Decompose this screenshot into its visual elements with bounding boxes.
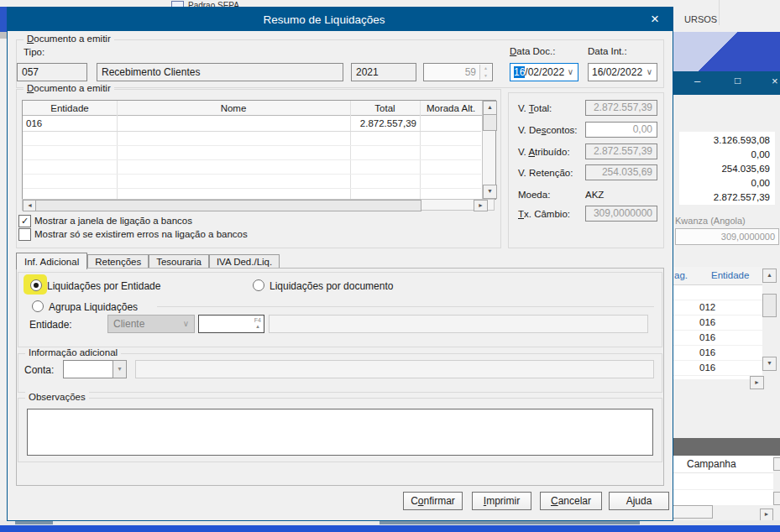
background-menu-divider <box>719 0 720 25</box>
close-icon[interactable]: × <box>646 8 664 30</box>
chevron-down-icon[interactable]: ∨ <box>568 64 573 81</box>
scroll-down-icon[interactable]: ▼ <box>483 185 497 199</box>
conta-dropdown-button[interactable]: ▾ <box>113 360 127 378</box>
background-amount: 0,00 <box>679 176 775 190</box>
tab-strip: Inf. Adicional Retenções Tesouraria IVA … <box>16 253 280 269</box>
background-window-titlebar: – □ × <box>673 71 780 95</box>
scroll-down-icon[interactable] <box>773 492 780 505</box>
mostrar-erros-label[interactable]: Mostrar só se existirem erros na ligação… <box>34 229 248 239</box>
close-icon[interactable]: × <box>772 75 778 87</box>
spin-down-icon: ▼ <box>479 72 491 80</box>
data-doc-combobox[interactable]: 16/02/2022 ∨ <box>510 63 578 81</box>
scrollbar-thumb[interactable] <box>380 521 640 524</box>
table-row[interactable]: 016 <box>673 361 762 376</box>
tab-retencoes[interactable]: Retenções <box>87 254 149 269</box>
data-doc-label: Data Doc.: <box>510 46 555 56</box>
scroll-down-icon[interactable]: ▼ <box>762 357 777 371</box>
confirmar-button[interactable]: Confirmar <box>403 492 463 510</box>
maximize-icon[interactable]: □ <box>735 75 741 86</box>
documentos-table[interactable]: Entidade Nome Total Morada Alt. 016 2.87… <box>22 100 496 200</box>
table-row[interactable]: 016 <box>673 376 762 379</box>
group-label: Informação adicional <box>25 347 121 357</box>
radio-dot-icon <box>34 283 39 288</box>
liquidacoes-por-documento-radio[interactable] <box>253 279 264 291</box>
mostrar-janela-label[interactable]: Mostrar a janela de ligação a bancos <box>34 216 192 226</box>
background-grid-rows[interactable]: 012 016 016 016 016 016 <box>673 285 762 379</box>
table-row[interactable]: 016 <box>673 331 762 346</box>
imprimir-button[interactable]: Imprimir <box>472 492 531 510</box>
tx-cambio-field: 309,0000000 <box>585 206 657 222</box>
scrollbar-thumb[interactable] <box>35 200 421 211</box>
scroll-up-icon[interactable]: ▲ <box>483 101 497 115</box>
v-retencao-field: 254.035,69 <box>585 164 657 180</box>
scroll-right-icon[interactable]: ► <box>750 376 764 389</box>
v-atribuido-field: 2.872.557,39 <box>585 143 657 159</box>
group-divider-line <box>157 306 654 307</box>
liquidacoes-por-entidade-radio[interactable] <box>30 279 42 291</box>
v-descontos-label: V. Descontos: <box>518 125 578 135</box>
scroll-up-icon[interactable]: ▲ <box>762 269 777 283</box>
campanha-rows[interactable] <box>673 473 773 505</box>
horizontal-scrollbar[interactable]: ◄ ► <box>22 199 495 211</box>
taskbar-strip <box>0 525 780 532</box>
entidade-nome-field <box>269 315 648 333</box>
table-row[interactable]: 016 <box>673 316 762 331</box>
background-amounts-panel: 3.126.593,08 0,00 254.035,69 0,00 2.872.… <box>679 132 775 205</box>
background-window-column: URSOS – □ × 3.126.593,08 0,00 254.035,69… <box>673 0 780 532</box>
v-atribuido-label: V. Atribuído: <box>518 147 570 157</box>
background-button-fragment <box>673 505 713 519</box>
tipo-code-field: 057 <box>17 63 87 81</box>
dialog-titlebar: Resumo de Liquidações <box>8 8 673 31</box>
tab-inf-adicional[interactable]: Inf. Adicional <box>16 253 87 269</box>
minimize-icon[interactable]: – <box>694 75 700 87</box>
scrollbar-thumb[interactable] <box>483 114 497 131</box>
v-descontos-field[interactable]: 0,00 <box>585 122 657 138</box>
data-int-combobox[interactable]: 16/02/2022 ∨ <box>588 63 657 81</box>
background-amount: 254.035,69 <box>679 162 775 176</box>
table-row-entidade[interactable]: 016 <box>26 117 42 131</box>
entidade-lookup-input[interactable]: F4 ▴ <box>198 315 264 333</box>
table-row[interactable] <box>673 285 762 300</box>
scroll-right-icon[interactable]: ► <box>760 509 773 521</box>
column-header-morada[interactable]: Morada Alt. <box>420 101 482 116</box>
tx-cambio-label: Tx. Câmbio: <box>518 209 570 219</box>
f4-lookup-icon[interactable]: F4 ▴ <box>254 317 261 329</box>
background-left-sliver-gray <box>0 32 7 39</box>
vertical-scrollbar[interactable]: ▲ ▼ <box>482 101 495 199</box>
scrollbar-thumb[interactable] <box>762 294 777 317</box>
agrupa-liquidacoes-radio[interactable] <box>32 300 44 312</box>
number-stepper: 59 ▲ ▼ <box>423 63 493 81</box>
background-banner <box>673 32 780 71</box>
cancelar-button[interactable]: Cancelar <box>540 492 602 510</box>
conta-input[interactable] <box>63 360 113 378</box>
mostrar-erros-checkbox[interactable] <box>18 228 31 241</box>
column-header-pag: ag. <box>674 267 688 284</box>
v-retencao-label: V. Retenção: <box>518 168 573 178</box>
tab-tesouraria[interactable]: Tesouraria <box>149 254 209 269</box>
observacoes-textarea[interactable] <box>27 409 653 456</box>
background-left-sliver <box>0 7 7 32</box>
tab-iva-ded-liq[interactable]: IVA Ded./Liq. <box>209 254 280 269</box>
chevron-down-icon[interactable]: ∨ <box>647 64 652 81</box>
background-amount: 0,00 <box>679 148 775 162</box>
column-header-nome[interactable]: Nome <box>117 101 350 116</box>
liquidacoes-por-entidade-label[interactable]: Liquidações por Entidade <box>47 280 160 292</box>
table-row[interactable]: 016 <box>673 346 762 361</box>
liquidacoes-por-documento-label[interactable]: Liquidações por documento <box>270 280 393 292</box>
scroll-right-icon[interactable]: ► <box>474 200 488 211</box>
group-label: Observações <box>25 392 89 402</box>
entidade-tipo-combobox: Cliente ∨ <box>107 315 195 333</box>
column-header-entidade[interactable]: Entidade <box>23 101 117 116</box>
column-header-total[interactable]: Total <box>350 101 420 116</box>
ajuda-button[interactable]: Ajuda <box>609 492 669 510</box>
background-amount: 2.872.557,39 <box>679 190 775 205</box>
table-row[interactable]: 012 <box>673 300 762 316</box>
scroll-up-icon[interactable] <box>773 457 780 471</box>
table-row-total[interactable]: 2.872.557,39 <box>350 117 416 131</box>
v-total-label: V. Total: <box>518 103 552 113</box>
agrupa-liquidacoes-label[interactable]: Agrupa Liquidações <box>49 301 138 313</box>
mostrar-janela-checkbox[interactable]: ✓ <box>18 215 31 227</box>
spin-up-icon: ▲ <box>479 65 491 72</box>
background-toolbar-icon <box>171 1 184 7</box>
v-total-field: 2.872.557,39 <box>585 100 657 116</box>
